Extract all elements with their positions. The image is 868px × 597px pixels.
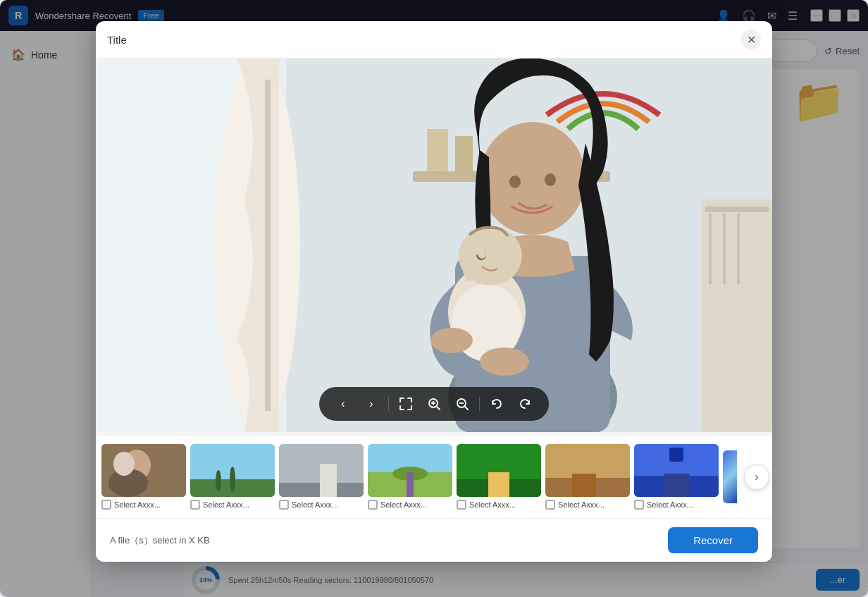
thumbnail-image-8 xyxy=(723,450,737,503)
svg-rect-13 xyxy=(705,207,769,212)
thumbnail-label-7: Select Axxx... xyxy=(647,500,693,509)
thumbnail-label-3: Select Axxx... xyxy=(292,500,338,509)
svg-point-28 xyxy=(480,347,529,376)
thumbnail-label-1: Select Axxx... xyxy=(114,500,161,509)
svg-rect-7 xyxy=(427,129,448,171)
thumbnail-image-6[interactable] xyxy=(545,444,630,497)
thumbnail-label-4: Select Axxx... xyxy=(380,500,427,509)
svg-point-21 xyxy=(545,173,556,186)
recover-button[interactable]: Recover xyxy=(668,527,758,553)
main-preview-image xyxy=(96,59,772,432)
thumbnail-image-2[interactable] xyxy=(190,444,275,497)
zoom-out-button[interactable] xyxy=(450,391,475,417)
svg-rect-16 xyxy=(737,214,740,284)
thumbnail-checkbox-1[interactable] xyxy=(101,500,111,510)
svg-line-34 xyxy=(465,407,468,410)
thumbnail-item-8 xyxy=(723,450,737,503)
svg-rect-15 xyxy=(723,214,726,284)
rotate-left-button[interactable] xyxy=(484,391,509,417)
thumbnail-image-5[interactable] xyxy=(457,444,541,497)
thumbnail-next-button[interactable]: › xyxy=(744,464,769,490)
toolbar-divider-2 xyxy=(479,397,480,411)
modal-overlay: Title ✕ xyxy=(0,0,868,597)
thumbnail-label-2: Select Axxx... xyxy=(203,500,249,509)
thumbnail-label-5: Select Axxx... xyxy=(469,500,516,509)
modal-title: Title xyxy=(107,34,127,46)
preview-modal: Title ✕ xyxy=(96,21,772,562)
svg-rect-57 xyxy=(488,472,509,497)
svg-point-42 xyxy=(216,470,221,491)
fullscreen-button[interactable] xyxy=(393,391,418,417)
modal-header: Title ✕ xyxy=(96,21,772,59)
svg-rect-48 xyxy=(320,464,337,497)
thumbnail-checkbox-3[interactable] xyxy=(279,500,289,510)
svg-rect-8 xyxy=(455,136,473,171)
thumbnail-item-7: Select Axxx... xyxy=(634,444,719,510)
svg-rect-5 xyxy=(265,80,271,411)
thumbnail-image-3[interactable] xyxy=(279,444,364,497)
thumbnail-checkbox-5[interactable] xyxy=(457,500,466,510)
thumbnail-item-5: Select Axxx... xyxy=(457,444,541,510)
zoom-in-button[interactable] xyxy=(421,391,447,417)
thumbnail-checkbox-7[interactable] xyxy=(634,500,644,510)
image-preview-container: ‹ › xyxy=(96,59,772,435)
svg-rect-65 xyxy=(664,474,689,497)
svg-point-19 xyxy=(480,122,585,235)
thumbnail-item-2: Select Axxx... xyxy=(190,444,275,510)
rotate-right-button[interactable] xyxy=(512,391,538,417)
modal-footer: A file（s）select in X KB Recover xyxy=(96,518,772,562)
svg-rect-53 xyxy=(407,472,414,497)
thumbnail-checkbox-4[interactable] xyxy=(368,500,378,510)
modal-close-button[interactable]: ✕ xyxy=(741,30,761,49)
svg-line-30 xyxy=(437,407,440,410)
svg-point-27 xyxy=(430,328,473,353)
thumbnail-label-6: Select Axxx... xyxy=(558,500,604,509)
thumbnail-checkbox-6[interactable] xyxy=(545,500,555,510)
prev-image-button[interactable]: ‹ xyxy=(330,391,356,417)
svg-point-39 xyxy=(113,452,135,476)
svg-rect-61 xyxy=(572,474,596,497)
svg-rect-66 xyxy=(669,448,683,462)
svg-point-43 xyxy=(230,467,235,492)
thumbnail-strip: Select Axxx... Select Axxx... xyxy=(96,435,772,518)
svg-rect-14 xyxy=(709,214,712,284)
next-image-button[interactable]: › xyxy=(359,391,384,417)
thumbnail-checkbox-2[interactable] xyxy=(190,500,200,510)
app-window: R Wondershare Recoverit Free 👤 🎧 ✉ ☰ — □… xyxy=(0,0,868,597)
thumbnail-item-3: Select Axxx... xyxy=(279,444,364,510)
thumbnail-item-6: Select Axxx... xyxy=(545,444,630,510)
toolbar-divider xyxy=(388,397,389,411)
image-toolbar: ‹ › xyxy=(319,387,549,421)
thumbnail-item-1: Select Axxx... xyxy=(101,444,186,510)
thumbnail-image-1[interactable] xyxy=(101,444,186,497)
svg-point-20 xyxy=(509,176,521,188)
thumbnail-image-4[interactable] xyxy=(368,444,452,497)
modal-status-text: A file（s）select in X KB xyxy=(110,534,210,547)
thumbnail-item-4: Select Axxx... xyxy=(368,444,452,510)
thumbnail-image-7[interactable] xyxy=(634,444,719,497)
